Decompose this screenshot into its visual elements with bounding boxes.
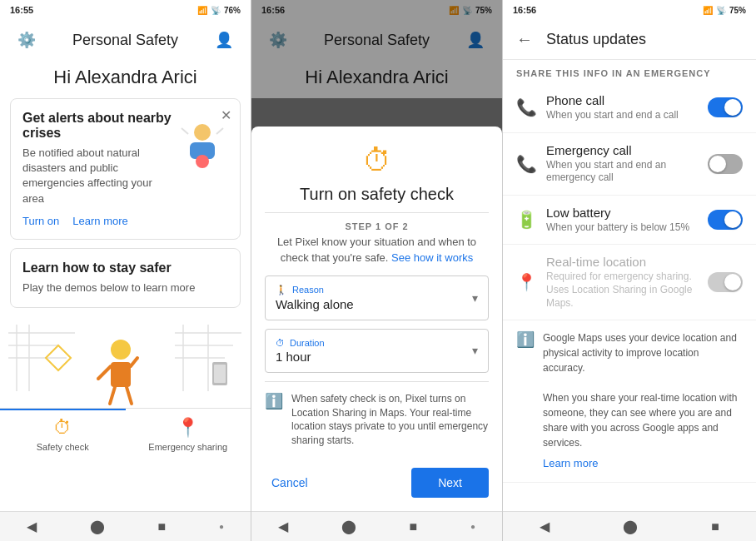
walk-icon: 🚶	[276, 285, 287, 295]
screen-1: 16:55 📶 📡 76% ⚙️ Personal Safety 👤 Hi Al…	[0, 0, 251, 541]
svg-rect-23	[214, 365, 226, 383]
signal-icon-3: 📶	[703, 6, 713, 15]
learn-more-link-1[interactable]: Learn more	[72, 215, 127, 227]
cancel-button[interactable]: Cancel	[265, 469, 315, 496]
safety-check-modal: ⏱ Turn on safety check STEP 1 OF 2 Let P…	[251, 127, 502, 541]
greeting-1: Hi Alexandra Arici	[0, 60, 251, 98]
modal-clock-icon: ⏱	[265, 143, 489, 178]
svg-line-4	[216, 128, 223, 134]
home-nav-3[interactable]: ⬤	[623, 519, 638, 534]
alerts-illustration	[173, 116, 231, 174]
emergency-call-info: Emergency call When you start and end an…	[546, 143, 698, 185]
screen-2: 16:56 📶 📡 75% ⚙️ Personal Safety 👤 Hi Al…	[251, 0, 503, 541]
dot-nav-2[interactable]: ●	[470, 522, 475, 531]
status-item-location: 📍 Real-time location Required for emerge…	[503, 245, 756, 320]
nav-bar-1: ◀ ⬤ ■ ●	[0, 511, 251, 541]
svg-line-14	[131, 358, 137, 366]
svg-line-15	[110, 387, 115, 404]
wifi-icon: 📡	[211, 6, 221, 15]
svg-point-2	[196, 155, 209, 168]
modal-divider-top	[265, 212, 489, 213]
feature-tabs: ⏱ Safety check 📍 Emergency sharing	[0, 408, 251, 457]
svg-line-16	[127, 387, 132, 404]
see-how-it-works-link[interactable]: See how it works	[391, 251, 473, 264]
status-item-emergency-call: 📞 Emergency call When you start and end …	[503, 133, 756, 196]
status-icons-1: 📶 📡 76%	[197, 6, 241, 15]
duration-label: ⏱ Duration	[276, 338, 478, 348]
location-sub: Required for emergency sharing. Uses Loc…	[546, 270, 698, 310]
duration-value: 1 hour	[276, 350, 478, 364]
status-bar-3: 16:56 📶 📡 75%	[503, 0, 756, 20]
low-battery-info: Low battery When your battery is below 1…	[546, 206, 698, 235]
square-nav-1[interactable]: ■	[158, 519, 167, 534]
safety-check-label: Safety check	[37, 442, 89, 452]
info-icon: ℹ️	[265, 392, 283, 448]
time-3: 16:56	[513, 5, 536, 15]
learn-safer-text: Play the demos below to learn more	[22, 280, 228, 295]
phone-call-title: Phone call	[546, 93, 698, 107]
tab-emergency-sharing[interactable]: 📍 Emergency sharing	[126, 409, 251, 457]
reason-dropdown[interactable]: 🚶 Reason Walking alone ▾	[265, 275, 489, 320]
low-battery-sub: When your battery is below 15%	[546, 221, 698, 235]
svg-point-11	[111, 340, 131, 360]
turn-on-link[interactable]: Turn on	[22, 215, 59, 227]
location-toggle[interactable]	[708, 272, 743, 292]
info-section: ℹ️ Google Maps uses your device location…	[503, 320, 756, 483]
timer-icon: ⏱	[276, 338, 285, 348]
app-bar-1: ⚙️ Personal Safety 👤	[0, 20, 251, 60]
emergency-call-icon: 📞	[516, 154, 536, 174]
location-icon: 📍	[516, 272, 536, 292]
emergency-sharing-label: Emergency sharing	[148, 442, 227, 452]
back-bar: ← Status updates	[503, 20, 756, 60]
signal-icon: 📶	[197, 6, 207, 15]
back-arrow-icon[interactable]: ←	[516, 30, 533, 49]
emergency-call-sub: When you start and end an emergency call	[546, 159, 698, 185]
duration-dropdown[interactable]: ⏱ Duration 1 hour ▾	[265, 329, 489, 373]
status-item-low-battery: 🔋 Low battery When your battery is below…	[503, 196, 756, 246]
low-battery-toggle[interactable]	[708, 210, 743, 230]
square-nav-2[interactable]: ■	[410, 519, 418, 534]
safety-check-icon: ⏱	[53, 417, 72, 439]
settings-icon[interactable]: ⚙️	[13, 27, 40, 53]
next-button[interactable]: Next	[411, 468, 489, 498]
emergency-sharing-icon: 📍	[177, 417, 199, 439]
low-battery-icon: 🔋	[516, 210, 536, 230]
emergency-call-toggle[interactable]	[708, 154, 743, 174]
back-nav-1[interactable]: ◀	[27, 519, 37, 534]
phone-call-toggle[interactable]	[708, 97, 743, 117]
nav-bar-2: ◀ ⬤ ■ ●	[251, 511, 502, 541]
modal-info-box: ℹ️ When safety check is on, Pixel turns …	[265, 381, 489, 458]
duration-chevron-icon: ▾	[472, 344, 478, 357]
section-label: SHARE THIS INFO IN AN EMERGENCY	[503, 60, 756, 83]
wifi-icon-3: 📡	[716, 6, 726, 15]
modal-step: STEP 1 OF 2	[265, 221, 489, 231]
status-bar-1: 16:55 📶 📡 76%	[0, 0, 251, 20]
tab-safety-check[interactable]: ⏱ Safety check	[0, 409, 126, 457]
home-nav-1[interactable]: ⬤	[90, 519, 105, 534]
app-title-1: Personal Safety	[72, 32, 178, 49]
status-item-phone-call: 📞 Phone call When you start and end a ca…	[503, 83, 756, 133]
info-section-text: Google Maps uses your device location an…	[543, 330, 743, 472]
back-nav-2[interactable]: ◀	[278, 519, 288, 534]
learn-safer-title: Learn how to stay safer	[22, 261, 228, 275]
phone-call-icon: 📞	[516, 97, 536, 117]
learn-safer-card: Learn how to stay safer Play the demos b…	[10, 248, 241, 308]
nav-bar-3: ◀ ⬤ ■	[503, 511, 756, 541]
reason-chevron-icon: ▾	[472, 291, 478, 305]
alerts-card-actions: Turn on Learn more	[22, 215, 228, 227]
page-title: Status updates	[546, 31, 646, 48]
svg-line-3	[182, 128, 188, 134]
home-nav-2[interactable]: ⬤	[341, 519, 356, 534]
illustration-row	[0, 316, 251, 408]
battery-1: 76%	[224, 6, 241, 15]
low-battery-title: Low battery	[546, 206, 698, 220]
phone-call-sub: When you start and end a call	[546, 109, 698, 122]
back-nav-3[interactable]: ◀	[540, 519, 550, 534]
learn-more-button[interactable]: Learn more	[543, 455, 743, 472]
profile-icon[interactable]: 👤	[211, 27, 237, 53]
dot-nav-1[interactable]: ●	[219, 522, 224, 531]
time-1: 16:55	[10, 5, 33, 15]
square-nav-3[interactable]: ■	[711, 519, 719, 534]
screen-3: 16:56 📶 📡 75% ← Status updates SHARE THI…	[503, 0, 756, 541]
status-icons-3: 📶 📡 75%	[703, 6, 746, 15]
